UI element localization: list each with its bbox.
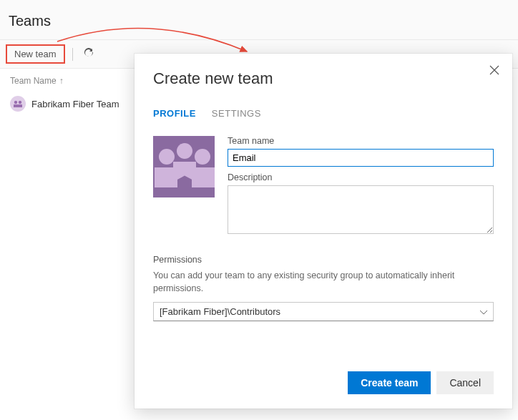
- tab-settings[interactable]: SETTINGS: [212, 108, 261, 120]
- svg-rect-3: [18, 104, 22, 107]
- new-team-button[interactable]: New team: [6, 44, 65, 64]
- cancel-button[interactable]: Cancel: [436, 371, 494, 394]
- chevron-down-icon: [480, 306, 487, 317]
- create-team-dialog: Create new team PROFILE SETTINGS Team na…: [135, 54, 512, 409]
- team-avatar-placeholder[interactable]: [153, 136, 215, 197]
- refresh-icon: [83, 47, 94, 61]
- permissions-help-text: You can add your team to any existing se…: [153, 269, 494, 295]
- close-button[interactable]: [485, 61, 504, 82]
- team-name-cell: Fabrikam Fiber Team: [31, 99, 119, 109]
- permissions-select[interactable]: [Fabrikam Fiber]\Contributors: [153, 302, 494, 321]
- svg-point-0: [14, 101, 17, 104]
- create-team-button[interactable]: Create team: [348, 371, 431, 394]
- toolbar-divider: [72, 48, 73, 61]
- dialog-title: Create new team: [153, 69, 494, 88]
- tab-profile[interactable]: PROFILE: [153, 108, 196, 120]
- permissions-selected-value: [Fabrikam Fiber]\Contributors: [160, 306, 280, 317]
- description-label: Description: [228, 172, 494, 182]
- page-title: Teams: [9, 13, 509, 29]
- refresh-button[interactable]: [80, 44, 97, 64]
- description-input[interactable]: [228, 185, 494, 234]
- dialog-tabs: PROFILE SETTINGS: [153, 108, 494, 120]
- team-avatar-icon: [10, 96, 26, 112]
- permissions-label: Permissions: [153, 255, 494, 265]
- team-name-input[interactable]: [228, 149, 494, 167]
- team-name-label: Team name: [228, 136, 494, 146]
- svg-point-1: [19, 101, 21, 104]
- svg-rect-2: [14, 104, 18, 107]
- sort-ascending-icon: ↑: [59, 76, 64, 86]
- column-header-label: Team Name: [10, 76, 57, 86]
- close-icon: [489, 67, 499, 77]
